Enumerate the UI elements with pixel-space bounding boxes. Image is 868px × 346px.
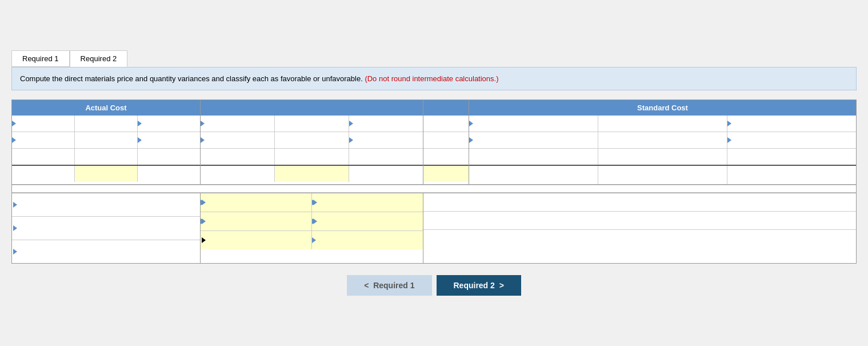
std-r2c3-input[interactable] [727,132,856,148]
actual-r3c3[interactable] [138,149,200,165]
std-r3c2[interactable] [598,149,727,165]
actual-r2c2[interactable] [75,132,138,148]
gap-r3c1[interactable] [423,149,469,165]
std-r2c2-input[interactable] [598,132,727,148]
gap-r1c1-input[interactable] [423,116,469,132]
mid-r2c3-input[interactable] [349,132,423,148]
mid-r4c1 [201,166,275,182]
mid-r4c2[interactable] [275,166,349,182]
actual-r1c2[interactable] [75,116,138,132]
gap-r1c1[interactable] [423,116,469,132]
mid-r4c3 [349,166,423,182]
actual-r3c1[interactable] [12,149,75,165]
mid-r1c2[interactable] [275,116,349,132]
mid-r2c1-input[interactable] [201,132,274,148]
std-r1c1-input[interactable] [469,116,598,132]
tab-required2[interactable]: Required 2 [70,50,128,67]
std-r3c1-input[interactable] [469,149,598,165]
std-row1 [469,116,856,132]
var-r2c1-input[interactable] [201,212,311,230]
std-r4c1 [469,166,598,184]
actual-r2c2-input[interactable] [75,132,137,148]
var-input-r3c2[interactable] [312,231,423,249]
actual-r3c2-input[interactable] [75,149,137,165]
mid-r3c1[interactable] [201,149,275,165]
var-label-r1[interactable] [12,193,200,216]
std-r1c1[interactable] [469,116,598,132]
actual-r2c3[interactable] [138,132,200,148]
var-r1c2-input[interactable] [312,193,423,212]
mid-r1c1[interactable] [201,116,275,132]
actual-r3c1-input[interactable] [12,149,74,165]
var-label-r3[interactable] [12,240,200,263]
mid-r4c2-input[interactable] [275,166,349,182]
var-input-r2c2[interactable] [312,212,423,230]
mid-r2c3[interactable] [349,132,423,148]
var-r2c2-input[interactable] [312,212,423,230]
actual-r2c1-input[interactable] [12,132,74,148]
var-r3c1-input[interactable] [201,231,311,249]
actual-r1c1[interactable] [12,116,75,132]
std-r3c3-input[interactable] [727,149,856,165]
actual-row1 [12,116,200,132]
prev-button[interactable]: < Required 1 [347,275,431,296]
std-r1c2-input[interactable] [598,116,727,132]
next-button[interactable]: Required 2 > [437,275,521,296]
std-r1c2[interactable] [598,116,727,132]
gap-r4c1-input[interactable] [423,166,469,182]
var-input-r1c2[interactable] [312,193,423,212]
var-input-r1c1[interactable] [201,193,312,212]
mid-r2c2[interactable] [275,132,349,148]
mid-r3c2-input[interactable] [275,149,349,165]
std-r2c1-input[interactable] [469,132,598,148]
std-r2c3[interactable] [727,132,856,148]
middle-header [201,100,423,116]
mid-row4 [201,166,423,182]
mid-r3c3[interactable] [349,149,423,165]
std-r3c3[interactable] [727,149,856,165]
standard-cost-header: Standard Cost [469,100,856,116]
actual-r2c1[interactable] [12,132,75,148]
var-r3c2-input[interactable] [312,231,423,249]
std-r4c3 [727,166,856,184]
std-r3c2-input[interactable] [598,149,727,165]
mid-r1c2-input[interactable] [275,116,349,132]
var-label-r3-input[interactable] [19,244,198,260]
mid-r1c3-input[interactable] [349,116,423,132]
var-input-r2c1[interactable] [201,212,312,230]
actual-r1c3[interactable] [138,116,200,132]
mid-r2c1[interactable] [201,132,275,148]
var-r1c1-input[interactable] [201,193,311,212]
gap-r3c1-input[interactable] [423,149,469,165]
var-input-r3c1[interactable] [201,231,312,249]
actual-r2c3-input[interactable] [138,132,200,148]
mid-r3c3-input[interactable] [349,149,423,165]
next-button-label: Required 2 [454,281,495,290]
std-r2c2[interactable] [598,132,727,148]
mid-r2c2-input[interactable] [275,132,349,148]
mid-r1c3[interactable] [349,116,423,132]
actual-r4c2[interactable] [75,166,138,182]
mid-r3c1-input[interactable] [201,149,274,165]
gap-r4c1[interactable] [423,166,469,182]
mid-r1c1-input[interactable] [201,116,274,132]
main-table: Actual Cost [11,100,857,264]
tab-required1[interactable]: Required 1 [11,50,70,67]
gap-r2c1-input[interactable] [423,132,469,148]
std-r1c3[interactable] [727,116,856,132]
std-r3c1[interactable] [469,149,598,165]
var-label-r2-input[interactable] [19,220,198,236]
actual-r3c3-input[interactable] [138,149,200,165]
var-label-row1 [12,193,200,217]
actual-r3c2[interactable] [75,149,138,165]
std-r2c1[interactable] [469,132,598,148]
std-r1c3-input[interactable] [727,116,856,132]
var-label-r2[interactable] [12,217,200,240]
actual-r1c1-input[interactable] [12,116,74,132]
mid-r3c2[interactable] [275,149,349,165]
actual-r1c2-input[interactable] [75,116,137,132]
gap-r2c1[interactable] [423,132,469,148]
actual-r4c2-input[interactable] [75,166,137,182]
actual-r1c3-input[interactable] [138,116,200,132]
var-label-r1-input[interactable] [19,197,198,213]
